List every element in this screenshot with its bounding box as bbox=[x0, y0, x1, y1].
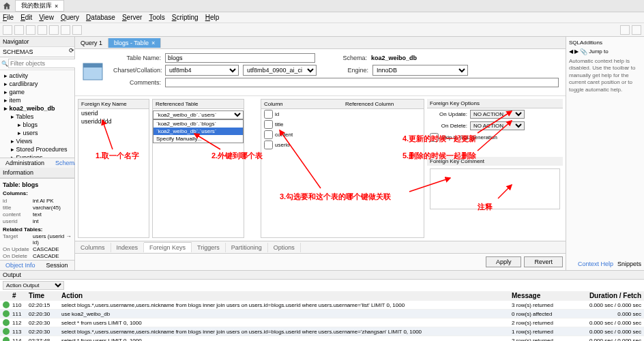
tree-item[interactable]: ▸ activity bbox=[1, 72, 73, 80]
tree-item[interactable]: ▸ item bbox=[1, 96, 73, 104]
tree-item[interactable]: ▸ Stored Procedures bbox=[1, 145, 73, 153]
info-panel: Table: blogs Columns: idint AI PKtitleva… bbox=[0, 178, 74, 260]
subtab-columns[interactable]: Columns bbox=[75, 243, 111, 252]
success-icon bbox=[3, 337, 10, 341]
foreign-key-editor: Foreign Key Name userid useriddddd Refer… bbox=[75, 96, 566, 241]
menu-file[interactable]: File bbox=[3, 14, 14, 21]
subtab-indexes[interactable]: Indexes bbox=[111, 243, 145, 252]
output-row[interactable]: 11302:20:30select blogs.*,users.username… bbox=[0, 327, 644, 336]
menu-tools[interactable]: Tools bbox=[149, 14, 164, 21]
success-icon bbox=[3, 310, 10, 317]
table-form: Table Name: Schema: koa2_weibo_db Charse… bbox=[75, 49, 566, 96]
collation-select[interactable]: utf8mb4_0900_ai_ci bbox=[243, 65, 317, 76]
revert-button[interactable]: Revert bbox=[524, 256, 563, 267]
table-icon bbox=[82, 62, 104, 81]
tree-item[interactable]: ▸ users bbox=[1, 129, 73, 137]
apply-button[interactable]: Apply bbox=[486, 256, 522, 267]
on-update-select[interactable]: NO ACTION bbox=[470, 110, 525, 119]
ref-table-dropdown[interactable]: `koa2_weibo_db`.`blogs` `koa2_weibo_db`.… bbox=[153, 119, 244, 143]
button-row: Apply Revert bbox=[75, 253, 566, 270]
output-row[interactable]: 11002:20:15select blogs.*,users.username… bbox=[0, 301, 644, 310]
subtab-triggers[interactable]: Triggers bbox=[192, 243, 226, 252]
table-name-input[interactable] bbox=[165, 53, 315, 63]
toolbar-button[interactable] bbox=[49, 25, 59, 35]
tree-item[interactable]: ▸ koa2_weibo_db bbox=[1, 104, 73, 113]
navigator-header: Navigator bbox=[0, 37, 74, 47]
svg-rect-1 bbox=[83, 63, 102, 68]
toolbar-button[interactable] bbox=[61, 25, 70, 35]
home-icon[interactable] bbox=[3, 2, 11, 10]
toolbar-button[interactable] bbox=[38, 25, 47, 35]
tree-item[interactable]: ▸ cardlibrary bbox=[1, 80, 73, 88]
info-header: Information bbox=[0, 168, 74, 178]
query-tab[interactable]: Query 1 bbox=[75, 38, 108, 48]
tree-item[interactable]: ▸ game bbox=[1, 88, 73, 96]
close-icon[interactable]: × bbox=[151, 40, 155, 46]
table-title: Table: blogs bbox=[3, 181, 72, 188]
engine-select[interactable]: InnoDB bbox=[372, 65, 468, 76]
menu-scripting[interactable]: Scripting bbox=[172, 14, 199, 21]
info-tab[interactable]: Session bbox=[41, 261, 74, 270]
fk-col-row[interactable]: userid bbox=[261, 140, 424, 150]
snippets-tab[interactable]: Snippets bbox=[617, 261, 641, 267]
close-icon[interactable]: × bbox=[55, 3, 58, 10]
ref-table-select[interactable]: `koa2_weibo_db`.`users` bbox=[153, 110, 244, 119]
on-delete-select[interactable]: NO ACTION bbox=[470, 121, 525, 130]
toolbar-button[interactable] bbox=[26, 25, 35, 35]
subtab-foreign-keys[interactable]: Foreign Keys bbox=[144, 242, 192, 252]
toolbar-button[interactable] bbox=[3, 25, 12, 35]
subtab-options[interactable]: Options bbox=[268, 243, 301, 252]
toolbar-button[interactable] bbox=[632, 25, 641, 35]
output-row[interactable]: 11402:37:48select * from users LIMIT 0, … bbox=[0, 336, 644, 341]
info-tab[interactable]: Object Info bbox=[0, 261, 41, 270]
fk-col-row[interactable]: content bbox=[261, 130, 424, 140]
output-panel: Output Action Output # Time Action Messa… bbox=[0, 270, 644, 341]
schema-tree[interactable]: ▸ activity▸ cardlibrary▸ game▸ item▸ koa… bbox=[0, 70, 74, 158]
table-subtabs: ColumnsIndexesForeign KeysTriggersPartit… bbox=[75, 241, 566, 253]
navigator-panel: Navigator SCHEMAS⟳ 🔍 ▸ activity▸ cardlib… bbox=[0, 37, 75, 270]
schema-name: koa2_weibo_db bbox=[371, 55, 417, 61]
fk-name-column[interactable]: Foreign Key Name userid useriddddd bbox=[78, 99, 149, 238]
menu-edit[interactable]: Edit bbox=[20, 14, 32, 21]
success-icon bbox=[3, 301, 10, 308]
toolbar-button[interactable] bbox=[14, 25, 24, 35]
toolbar bbox=[0, 23, 644, 37]
success-icon bbox=[3, 328, 10, 335]
menubar: FileEditViewQueryDatabaseServerToolsScri… bbox=[0, 12, 644, 23]
schemas-tab[interactable]: SCHEMAS bbox=[0, 47, 36, 57]
fk-col-row[interactable]: id bbox=[261, 109, 424, 119]
title-bar: 我的数据库× bbox=[0, 0, 644, 12]
table-tab[interactable]: blogs - Table× bbox=[108, 38, 161, 48]
nav-tab[interactable]: Administration bbox=[0, 158, 50, 168]
fk-options: Foreign Key Options On Update:NO ACTION … bbox=[427, 99, 563, 238]
file-tab[interactable]: 我的数据库× bbox=[15, 0, 64, 12]
fk-comment-input[interactable] bbox=[430, 168, 560, 209]
refresh-icon[interactable]: ⟳ bbox=[69, 47, 74, 57]
skip-sql-checkbox[interactable] bbox=[430, 133, 439, 142]
context-help-tab[interactable]: Context Help bbox=[578, 261, 613, 267]
menu-database[interactable]: Database bbox=[86, 14, 115, 21]
menu-help[interactable]: Help bbox=[205, 14, 220, 21]
toolbar-button[interactable] bbox=[620, 25, 630, 35]
tree-item[interactable]: ▸ blogs bbox=[1, 121, 73, 129]
charset-select[interactable]: utf8mb4 bbox=[165, 65, 239, 76]
fk-col-row[interactable]: title bbox=[261, 119, 424, 130]
fk-columns[interactable]: ColumnReferenced Column id title content… bbox=[261, 99, 424, 238]
success-icon bbox=[3, 319, 10, 326]
menu-server[interactable]: Server bbox=[122, 14, 142, 21]
menu-query[interactable]: Query bbox=[61, 14, 79, 21]
sql-additions-panel: SQLAdditions ◀ ▶📎Jump to Automatic conte… bbox=[566, 37, 644, 270]
output-row[interactable]: 11202:20:30select * from users LIMIT 0, … bbox=[0, 318, 644, 327]
toolbar-button[interactable] bbox=[72, 25, 82, 35]
jump-to[interactable]: Jump to bbox=[589, 48, 608, 55]
fk-reftable-column[interactable]: Referenced Table `koa2_weibo_db`.`users`… bbox=[152, 99, 244, 238]
comments-input[interactable] bbox=[165, 78, 559, 87]
help-text: Automatic context help is disabled. Use … bbox=[569, 58, 641, 93]
editor-area: Query 1 blogs - Table× Table Name: Schem… bbox=[75, 37, 566, 270]
output-row[interactable]: 11102:20:30use koa2_weibo_db0 row(s) aff… bbox=[0, 310, 644, 318]
tree-item[interactable]: ▸ Views bbox=[1, 137, 73, 145]
subtab-partitioning[interactable]: Partitioning bbox=[226, 243, 268, 252]
output-selector[interactable]: Action Output bbox=[3, 281, 64, 290]
menu-view[interactable]: View bbox=[39, 14, 54, 21]
tree-item[interactable]: ▸ Tables bbox=[1, 113, 73, 121]
